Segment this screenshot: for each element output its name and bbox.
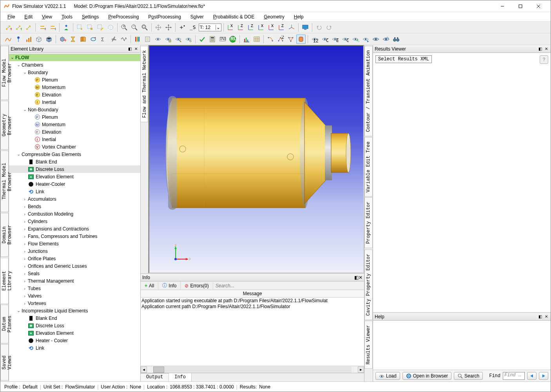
tree-cge-link[interactable]: ⟲Link (9, 188, 140, 195)
tree-cge-group-junctions[interactable]: ›Junctions (9, 247, 140, 255)
zoom-fit-icon[interactable] (140, 23, 149, 32)
check-icon[interactable] (198, 34, 207, 44)
tree-nonboundary-inertial[interactable]: IInertial (9, 136, 140, 143)
sidebar-tab-domain-browser[interactable]: Domain Browser (0, 213, 9, 257)
info-search-input[interactable] (213, 283, 364, 289)
menu-tools[interactable]: Tools (58, 13, 76, 20)
tree-cge-group-tubes[interactable]: ›Tubes (9, 285, 140, 292)
undock-icon[interactable]: ◧ (127, 46, 132, 52)
vis-eye-big2-icon[interactable] (381, 34, 391, 44)
help-search-button[interactable]: Search (454, 372, 483, 380)
bottom-tab-info[interactable]: Info (169, 373, 192, 381)
vis-eye-big1-icon[interactable] (371, 34, 381, 44)
calc-icon[interactable] (208, 34, 217, 44)
select-lasso-icon[interactable] (106, 23, 115, 32)
tree-boundary-inertial[interactable]: IInertial (9, 98, 140, 106)
element-tree[interactable]: ⌄FLOW⌄Chambers⌄BoundaryPPlenumMMomentumE… (9, 53, 140, 381)
tree-cge-blank-end[interactable]: Blank End (9, 158, 140, 165)
select-results-xml-button[interactable]: Select Results XML (375, 55, 432, 63)
tree-ile[interactable]: ⌄Incompressible Liquid Elements (9, 307, 140, 314)
tree-cge-group-thermal-management[interactable]: ›Thermal Management (9, 277, 140, 285)
message-list[interactable]: Application started using executable at … (141, 298, 364, 366)
person-icon[interactable] (62, 23, 71, 32)
undock-icon[interactable]: ◧ (537, 46, 543, 52)
path1-icon[interactable] (266, 34, 275, 44)
tree-cge-group-bends[interactable]: ›Bends (9, 203, 140, 210)
view-xy2-icon[interactable]: z (236, 23, 245, 32)
bottom-tab-output[interactable]: Output (141, 373, 169, 381)
filter-info-button[interactable]: ⓘInfo (158, 281, 181, 290)
tree-nonboundary-vortex-chamber[interactable]: VVortex Chamber (9, 143, 140, 151)
view-xz1-icon[interactable]: z (246, 23, 256, 32)
monitor-icon[interactable] (301, 23, 310, 32)
table-icon[interactable] (252, 34, 261, 44)
binoculars-icon[interactable] (392, 34, 401, 44)
eye2-icon[interactable] (163, 34, 173, 44)
tree-cge[interactable]: ⌄Compressible Gas Elements (9, 151, 140, 158)
tab-flow-thermal-network[interactable]: Flow and Thermal Network (141, 46, 148, 122)
plane-icon[interactable] (109, 34, 118, 44)
tree-cge-group-combustion-modeling[interactable]: ›Combustion Modeling (9, 210, 140, 218)
curve-tool-icon[interactable] (4, 34, 13, 44)
zoom-out-icon[interactable]: − (130, 23, 139, 32)
menu-help[interactable]: Help (290, 13, 308, 20)
vis-eye-arrow-icon[interactable] (361, 34, 370, 44)
undock-icon[interactable]: ◧ (354, 275, 359, 280)
snap-s-button[interactable]: _S (188, 23, 198, 32)
vis-eye2-icon[interactable]: C (320, 34, 330, 44)
find-prev-button[interactable] (527, 372, 536, 380)
vis-eye3-icon[interactable]: E (330, 34, 340, 44)
sheet-icon[interactable] (143, 34, 152, 44)
minimize-button[interactable] (493, 0, 511, 12)
menu-solver[interactable]: Solver (187, 13, 208, 20)
add-node-green-icon[interactable]: + (14, 23, 23, 32)
sidebar-tab-geometry-browser[interactable]: Geometry Browser (0, 101, 9, 150)
close-icon[interactable]: ✕ (544, 314, 549, 319)
select-box-icon[interactable] (85, 23, 95, 32)
find-next-button[interactable] (539, 372, 548, 380)
add-node-plain-icon[interactable] (24, 23, 33, 32)
ellipse-tool-icon[interactable] (89, 34, 98, 44)
view-xz2-icon[interactable]: x (256, 23, 266, 32)
help-load-button[interactable]: Load (375, 372, 400, 380)
sidebar-tab-datum-planes[interactable]: Datum Planes (0, 305, 9, 343)
menu-geometry[interactable]: Geometry (260, 13, 288, 20)
move-cross-icon[interactable] (164, 23, 173, 32)
right-tab-contour-transient-animation[interactable]: Contour / Transient Animation (364, 46, 373, 136)
cube-solid-icon[interactable] (44, 34, 54, 44)
eye1-icon[interactable] (153, 34, 163, 44)
path3-icon[interactable] (286, 34, 295, 44)
init-button[interactable]: INIT (218, 34, 227, 44)
rainbow-bars-icon[interactable] (133, 34, 142, 44)
close-icon[interactable]: ✕ (359, 275, 362, 280)
info-horizontal-scrollbar[interactable]: ◄► (141, 366, 364, 373)
chart-bars-icon[interactable] (242, 34, 251, 44)
tree-ile-heater-cooler[interactable]: Heater - Cooler (9, 337, 140, 344)
vis-eye1-icon[interactable]: 123 (310, 34, 319, 44)
view-yz1-icon[interactable]: x (266, 23, 276, 32)
tree-ile-elevation-element[interactable]: ▲Elevation Element (9, 329, 140, 337)
tree-cge-group-vortexes[interactable]: ›Vortexes (9, 299, 140, 307)
tree-nonboundary-elevation[interactable]: EElevation (9, 128, 140, 136)
run-button[interactable]: RUN (228, 34, 237, 44)
eye4-icon[interactable] (184, 34, 193, 44)
tree-ile-discrete-loss[interactable]: ◆Discrete Loss (9, 322, 140, 329)
snap-plus-icon[interactable] (178, 23, 187, 32)
view-iso-icon[interactable] (287, 23, 296, 32)
tree-chambers[interactable]: ⌄Chambers (9, 61, 140, 69)
tree-nonboundary[interactable]: ⌄Non-Boundary (9, 106, 140, 113)
3d-viewport[interactable]: x y (149, 45, 364, 273)
menu-file[interactable]: File (4, 13, 19, 20)
right-tab-property-editor[interactable]: Property Editor (364, 197, 373, 248)
redo-icon[interactable] (324, 23, 334, 32)
help-question-icon[interactable]: ? (540, 55, 548, 64)
tree-ile-blank-end[interactable]: Blank End (9, 314, 140, 322)
menu-settings[interactable]: Settings (78, 13, 103, 20)
book-icon[interactable] (78, 34, 88, 44)
sidebar-tab-flow-model-browser[interactable]: Flow Model Browser (0, 46, 9, 100)
undo-icon[interactable] (314, 23, 324, 32)
tree-cge-group-expansions-and-contractions[interactable]: ›Expansions and Contractions (9, 225, 140, 232)
tree-cge-group-orifice-plates[interactable]: ›Orifice Plates (9, 255, 140, 262)
bars-tool-icon[interactable] (24, 34, 33, 44)
close-button[interactable] (529, 0, 547, 12)
